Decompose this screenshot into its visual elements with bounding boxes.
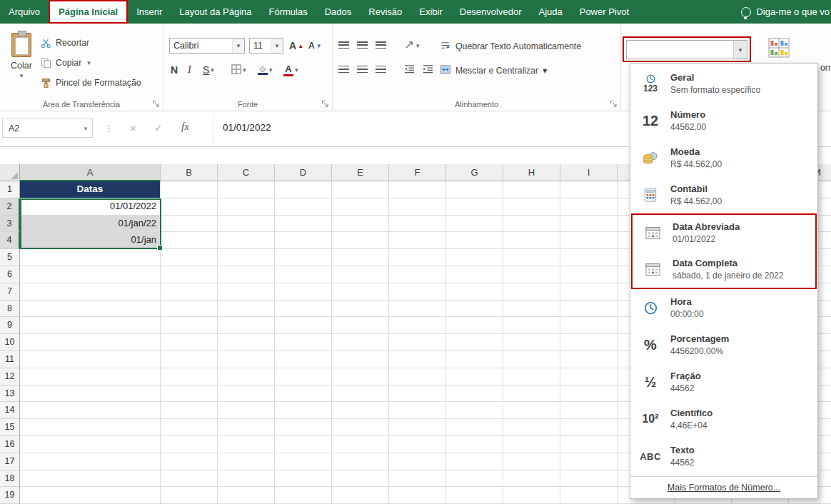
tab-power-pivot[interactable]: Power Pivot <box>571 0 638 24</box>
cell-a4[interactable]: 01/jan <box>20 232 161 249</box>
cell-g14[interactable] <box>446 402 503 419</box>
format-option-moeda[interactable]: MoedaR$ 44.562,00 <box>630 139 817 176</box>
format-option-porcentagem[interactable]: %Porcentagem4456200,00% <box>630 326 817 363</box>
cell-b13[interactable] <box>161 385 218 403</box>
row-header-19[interactable]: 19 <box>0 487 20 504</box>
cell-i2[interactable] <box>560 198 618 216</box>
column-header-h[interactable]: H <box>503 164 560 181</box>
column-header-e[interactable]: E <box>332 164 389 181</box>
cell-a2[interactable]: 01/01/2022 <box>20 198 161 216</box>
cell-c2[interactable] <box>218 198 275 216</box>
cell-c11[interactable] <box>218 351 275 368</box>
align-bottom-button[interactable] <box>376 38 386 54</box>
cell-a17[interactable] <box>20 453 161 470</box>
row-header-10[interactable]: 10 <box>0 334 20 351</box>
cell-h2[interactable] <box>503 198 560 216</box>
cell-h1[interactable] <box>503 181 560 198</box>
font-color-button[interactable]: A ▾ <box>283 62 298 78</box>
cell-g13[interactable] <box>446 385 503 403</box>
cell-g19[interactable] <box>446 487 503 504</box>
cell-b3[interactable] <box>161 216 218 233</box>
column-header-d[interactable]: D <box>275 164 332 181</box>
cell-h19[interactable] <box>503 487 560 504</box>
row-header-12[interactable]: 12 <box>0 368 20 385</box>
cell-c18[interactable] <box>218 470 275 488</box>
more-number-formats-item[interactable]: Mais Formatos de Número... <box>630 476 817 498</box>
cell-h9[interactable] <box>503 317 560 334</box>
cell-c7[interactable] <box>218 283 275 301</box>
cell-a16[interactable] <box>20 436 161 453</box>
cell-g7[interactable] <box>446 283 503 301</box>
cell-h12[interactable] <box>503 368 560 385</box>
cell-h5[interactable] <box>503 249 560 266</box>
cancel-entry-icon[interactable]: × <box>130 122 136 134</box>
cell-f8[interactable] <box>389 301 446 318</box>
column-header-b[interactable]: B <box>161 164 218 181</box>
cell-e18[interactable] <box>332 470 389 488</box>
cell-c4[interactable] <box>218 232 275 249</box>
copy-button[interactable]: Copiar ▾ <box>40 55 91 71</box>
cell-f7[interactable] <box>389 283 446 301</box>
format-option-contabil[interactable]: ContábilR$ 44.562,00 <box>630 176 817 213</box>
cell-f12[interactable] <box>389 368 446 385</box>
cell-d15[interactable] <box>275 419 332 436</box>
cell-b16[interactable] <box>161 436 218 453</box>
cell-d19[interactable] <box>275 487 332 504</box>
cell-g12[interactable] <box>446 368 503 385</box>
cell-d9[interactable] <box>275 317 332 334</box>
cell-i11[interactable] <box>560 351 618 368</box>
format-option-data-completa[interactable]: Data Completasábado, 1 de janeiro de 202… <box>633 251 815 288</box>
cell-f14[interactable] <box>389 402 446 419</box>
cell-f4[interactable] <box>389 232 446 249</box>
cell-g5[interactable] <box>446 249 503 266</box>
cell-h8[interactable] <box>503 301 560 318</box>
fill-color-button[interactable]: ▾ <box>258 62 273 78</box>
row-header-11[interactable]: 11 <box>0 351 20 368</box>
cell-c17[interactable] <box>218 453 275 470</box>
cell-f2[interactable] <box>389 198 446 216</box>
cell-b19[interactable] <box>161 487 218 504</box>
cell-h18[interactable] <box>503 470 560 488</box>
wrap-text-button[interactable]: Quebrar Texto Automaticamente <box>440 38 581 55</box>
cell-d11[interactable] <box>275 351 332 368</box>
number-format-combo[interactable]: ▾ <box>626 40 747 59</box>
cell-f18[interactable] <box>389 470 446 488</box>
cell-c5[interactable] <box>218 249 275 266</box>
confirm-entry-icon[interactable]: ✓ <box>154 122 163 133</box>
chevron-down-icon[interactable]: ▾ <box>733 41 747 59</box>
cell-g11[interactable] <box>446 351 503 368</box>
cell-a15[interactable] <box>20 419 161 436</box>
column-header-c[interactable]: C <box>218 164 275 181</box>
decrease-indent-button[interactable] <box>404 62 415 78</box>
cell-i19[interactable] <box>560 487 618 504</box>
cell-b18[interactable] <box>161 470 218 488</box>
align-center-button[interactable] <box>357 62 368 78</box>
cell-b17[interactable] <box>161 453 218 470</box>
cell-h6[interactable] <box>503 266 560 283</box>
conditional-formatting-icon[interactable] <box>768 37 790 61</box>
cell-d1[interactable] <box>275 181 332 198</box>
font-size-combo[interactable]: 11 ▾ <box>249 38 283 54</box>
cell-d6[interactable] <box>275 266 332 283</box>
cell-e4[interactable] <box>332 232 389 249</box>
tell-me-search[interactable]: Diga-me o que vo <box>741 0 831 24</box>
tab-ajuda[interactable]: Ajuda <box>530 0 570 24</box>
column-header-g[interactable]: G <box>446 164 503 181</box>
format-option-fracao[interactable]: ½Fração44562 <box>630 363 817 400</box>
cell-b5[interactable] <box>161 249 218 266</box>
cell-h3[interactable] <box>503 216 560 233</box>
cell-d8[interactable] <box>275 301 332 318</box>
cell-c14[interactable] <box>218 402 275 419</box>
cell-d5[interactable] <box>275 249 332 266</box>
row-header-5[interactable]: 5 <box>0 249 20 266</box>
cell-d3[interactable] <box>275 216 332 233</box>
row-header-15[interactable]: 15 <box>0 419 20 436</box>
cell-e16[interactable] <box>332 436 389 453</box>
cell-h11[interactable] <box>503 351 560 368</box>
cell-h13[interactable] <box>503 385 560 403</box>
merge-center-button[interactable]: Mesclar e Centralizar ▾ <box>440 62 547 79</box>
cell-f13[interactable] <box>389 385 446 403</box>
cell-i1[interactable] <box>560 181 618 198</box>
align-left-button[interactable] <box>338 62 349 78</box>
cell-c16[interactable] <box>218 436 275 453</box>
